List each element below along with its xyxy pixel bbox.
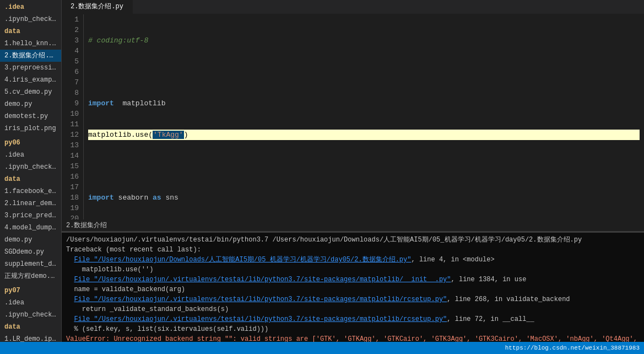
sidebar-section-1: .idea .ipynb_checkpoints data 1.hello_kn…: [0, 0, 61, 136]
sidebar-item-hello-knn[interactable]: 1.hello_knn.py: [0, 37, 61, 50]
code-editor[interactable]: 1 2 3 4 5 6 7 8 9 10 11 12 13 14 15 16 1…: [62, 14, 644, 219]
code-line-2: [88, 67, 640, 77]
terminal-line-1: File "/Users/houxiaojun/Downloads/人工智能AI…: [66, 255, 640, 265]
terminal-line-2: matplotlib.use(''): [66, 265, 640, 275]
sidebar-item-facebook[interactable]: 1.facebook_exampl...: [0, 185, 61, 197]
tab-bar: 2.数据集介绍.py: [62, 0, 644, 14]
code-line-1: # coding:utf-8: [88, 35, 640, 46]
sidebar-item-data3[interactable]: data: [0, 321, 61, 333]
status-bar: https://blog.csdn.net/weixin_38871983: [0, 342, 644, 354]
main-container: .idea .ipynb_checkpoints data 1.hello_kn…: [0, 0, 644, 342]
sidebar-item-cv-demo[interactable]: 5.cv_demo.py: [0, 86, 61, 98]
sidebar-item-zhengguifang[interactable]: 正规方程demo.py: [0, 270, 61, 282]
sidebar-item-py07[interactable]: py07: [0, 285, 61, 297]
sidebar: .idea .ipynb_checkpoints data 1.hello_kn…: [0, 0, 62, 342]
sidebar-item-iris-png[interactable]: iris_plot.png: [0, 122, 61, 135]
sidebar-item-model[interactable]: 4.model_dump_load...: [0, 222, 61, 234]
sidebar-item-idea1[interactable]: .idea: [0, 1, 61, 13]
sidebar-item-ipynb3[interactable]: .ipynb_checkpoints: [0, 309, 61, 321]
sidebar-item-data1[interactable]: data: [0, 25, 61, 37]
sidebar-item-shujuji[interactable]: 2.数据集介绍.py: [0, 50, 61, 62]
sidebar-item-iris-example[interactable]: 4.iris_example.py: [0, 74, 61, 86]
terminal-traceback: Traceback (most recent call last):: [66, 245, 640, 255]
line-numbers: 1 2 3 4 5 6 7 8 9 10 11 12 13 14 15 16 1…: [62, 14, 84, 219]
terminal-line-7: File "/Users/houxiaojun/.virtualenvs/tes…: [66, 314, 640, 324]
sidebar-item-linear[interactable]: 2.linear_demo.py: [0, 197, 61, 210]
sidebar-item-lr-demo[interactable]: 1.LR_demo.ipynb: [0, 333, 61, 342]
sidebar-item-demo1[interactable]: demo.py: [0, 98, 61, 110]
terminal-line-6: return _validate_standard_backends(s): [66, 304, 640, 314]
sidebar-item-ipynb2[interactable]: .ipynb_checkpoints: [0, 161, 61, 173]
terminal-line-3: File "/Users/houxiaojun/.virtualenvs/tes…: [66, 275, 640, 285]
terminal-line-8: % (self.key, s, list(six.itervalues(self…: [66, 324, 640, 334]
editor-area: 2.数据集介绍.py 1 2 3 4 5 6 7 8 9 10 11 12 13…: [62, 0, 644, 342]
sidebar-item-preproc[interactable]: 3.preproessing.py: [0, 62, 61, 74]
status-right: https://blog.csdn.net/weixin_38871983: [505, 345, 640, 351]
terminal-cmd: /Users/houxiaojun/.virtualenvs/testai/bi…: [66, 235, 640, 245]
sidebar-item-data2[interactable]: data: [0, 173, 61, 185]
code-line-5: [88, 161, 640, 171]
terminal-header: 2.数据集介绍: [62, 219, 644, 232]
terminal-line-4: name = validate_backend(arg): [66, 285, 640, 294]
sidebar-section-2: py06 .idea .ipynb_checkpoints data 1.fac…: [0, 136, 61, 283]
sidebar-item-sgd[interactable]: SGDdemo.py: [0, 246, 61, 258]
sidebar-item-idea2[interactable]: .idea: [0, 149, 61, 161]
sidebar-section-3: py07 .idea .ipynb_checkpoints data 1.LR_…: [0, 283, 61, 342]
code-line-6: import seaborn as sns: [88, 192, 640, 203]
terminal-line-5: File "/Users/houxiaojun/.virtualenvs/tes…: [66, 294, 640, 304]
sidebar-item-idea3[interactable]: .idea: [0, 297, 61, 309]
code-line-3: import matplotlib: [88, 98, 640, 109]
sidebar-item-demo2[interactable]: demo.py: [0, 234, 61, 246]
sidebar-item-py06[interactable]: py06: [0, 137, 61, 149]
sidebar-item-suppl[interactable]: supplement_data.se: [0, 258, 61, 270]
terminal-error-line: ValueError: Unrecognized backend string …: [66, 334, 640, 342]
active-tab[interactable]: 2.数据集介绍.py: [62, 0, 133, 14]
sidebar-item-price[interactable]: 3.price_predict.py: [0, 210, 61, 222]
code-content[interactable]: # coding:utf-8 import matplotlib matplot…: [84, 14, 644, 219]
terminal-area[interactable]: /Users/houxiaojun/.virtualenvs/testai/bi…: [62, 232, 644, 342]
sidebar-item-demotest[interactable]: demotest.py: [0, 110, 61, 122]
terminal-title: 2.数据集介绍: [66, 221, 107, 230]
sidebar-item-ipynb1[interactable]: .ipynb_checkpoints: [0, 13, 61, 25]
code-line-4: matplotlib.use('TkAgg'): [88, 130, 640, 140]
